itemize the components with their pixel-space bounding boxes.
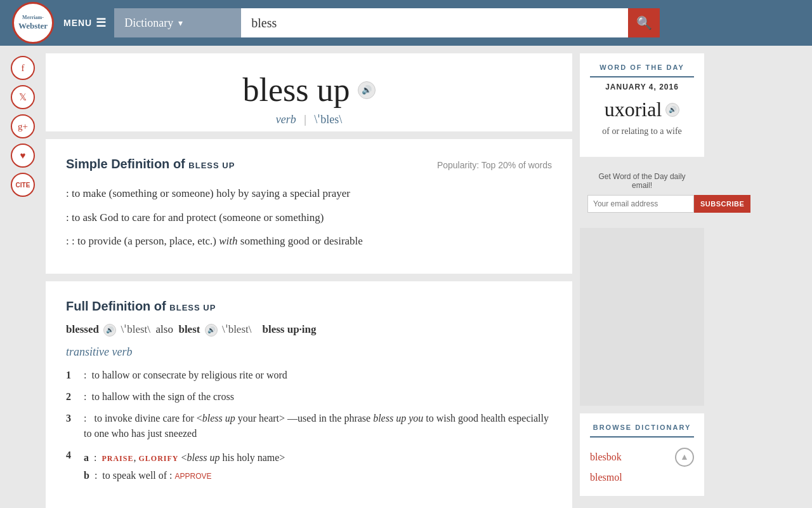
subscribe-button[interactable]: SUBSCRIBE	[694, 195, 750, 213]
word-title-card: bless up 🔊 verb | \ˈbles\	[46, 53, 572, 131]
wotd-label: WORD OF THE DAY	[590, 64, 694, 77]
simple-def-item-3: : to provide (a person, place, etc.) wit…	[66, 229, 552, 253]
wotd-date: JANUARY 4, 2016	[590, 83, 694, 91]
def-num-4: 4	[66, 448, 76, 483]
word-title-text: bless up	[243, 71, 350, 109]
bless-up-you-italic: bless up you	[373, 413, 423, 424]
simple-def-header: Simple Definition of BLESS UP Popularity…	[66, 157, 552, 171]
dict-select-label: Dictionary	[124, 17, 173, 30]
blessed-pron: \ˈblest\	[121, 323, 150, 335]
logo[interactable]: Merriam- Webster	[10, 0, 56, 46]
page-layout: f 𝕏 g+ ♥ CITE bless up 🔊 verb | \ˈbles\ …	[0, 46, 812, 508]
browse-word-2: blesmol	[590, 472, 622, 483]
search-icon: 🔍	[636, 15, 652, 30]
browse-item-1[interactable]: blesbok ▲	[590, 445, 694, 469]
simple-definition-card: Simple Definition of BLESS UP Popularity…	[46, 139, 572, 274]
wotd-audio-button[interactable]: 🔊	[665, 103, 679, 117]
inflections: blessed 🔊 \ˈblest\ also blest 🔊 \ˈblest\…	[66, 323, 552, 337]
search-area: Dictionary ▾ 🔍	[114, 8, 660, 37]
full-def-item-3: 3 : to invoke divine care for <bless up …	[66, 411, 552, 441]
meta-separator: |	[304, 113, 306, 126]
def-content-3: : to invoke divine care for <bless up yo…	[84, 411, 552, 441]
popularity-text: Popularity: Top 20% of words	[437, 160, 552, 170]
simple-def-item-1: to make (something or someone) holy by s…	[66, 182, 552, 206]
social-sidebar: f 𝕏 g+ ♥ CITE	[0, 46, 46, 508]
word-of-the-day-card: WORD OF THE DAY JANUARY 4, 2016 uxorial …	[580, 53, 704, 157]
sub-item-4a: a : PRAISE, GLORIFY <bless up his holy n…	[84, 450, 552, 465]
bless-uping: bless up·ing	[262, 323, 316, 335]
simple-def-item-2: to ask God to care for and protect (some…	[66, 206, 552, 230]
sub-item-4b: b : to speak well of : APPROVE	[84, 468, 552, 483]
menu-button[interactable]: MENU ☰	[63, 16, 107, 30]
browse-dictionary-card: BROWSE DICTIONARY blesbok ▲ blesmol	[580, 413, 704, 496]
search-input[interactable]	[241, 8, 660, 37]
hamburger-icon: ☰	[96, 16, 107, 30]
google-button[interactable]: g+	[11, 114, 35, 138]
wotd-definition: of or relating to a wife	[590, 125, 694, 138]
search-input-wrap: 🔍	[241, 8, 660, 37]
simple-definitions-list: to make (something or someone) holy by s…	[66, 182, 552, 253]
def-num-3: 3	[66, 411, 76, 441]
blest-audio-button[interactable]: 🔊	[205, 324, 218, 337]
simple-def-word-ref: BLESS UP	[188, 161, 235, 170]
email-form: SUBSCRIBE	[587, 195, 697, 213]
logo-text-top: Merriam-	[22, 15, 44, 21]
pos-label: transitive verb	[66, 345, 552, 359]
search-button[interactable]: 🔍	[628, 8, 660, 37]
def-content-4: a : PRAISE, GLORIFY <bless up his holy n…	[84, 448, 552, 483]
browse-up-button[interactable]: ▲	[675, 448, 694, 467]
logo-circle: Merriam- Webster	[12, 2, 54, 44]
def-num-2: 2	[66, 389, 76, 404]
full-def-title-text: Full Definition of	[66, 299, 166, 313]
word-title: bless up 🔊	[243, 71, 376, 109]
with-italic: with	[219, 235, 237, 247]
advertisement	[580, 228, 704, 406]
also-text: also	[156, 323, 173, 335]
wotd-email-section: Get Word of the Day daily email! SUBSCRI…	[580, 164, 704, 220]
def-text-2: to hallow with the sign of the cross	[91, 391, 233, 402]
email-input[interactable]	[587, 195, 694, 213]
wotd-word: uxorial 🔊	[605, 98, 680, 121]
def-num-1: 1	[66, 368, 76, 383]
full-def-item-1: 1 : to hallow or consecrate by religious…	[66, 368, 552, 383]
favorite-button[interactable]: ♥	[11, 144, 35, 168]
blessed-audio-button[interactable]: 🔊	[103, 324, 116, 337]
word-meta: verb | \ˈbles\	[66, 112, 552, 126]
full-def-title: Full Definition of BLESS UP	[66, 299, 552, 314]
logo-text-mid: Webster	[18, 21, 48, 31]
sub-label-b: b	[84, 470, 89, 481]
dictionary-select[interactable]: Dictionary ▾	[114, 8, 241, 37]
chevron-down-icon: ▾	[178, 18, 183, 29]
glorify-link: GLORIFY	[138, 454, 178, 463]
browse-label: BROWSE DICTIONARY	[590, 424, 694, 438]
twitter-button[interactable]: 𝕏	[11, 85, 35, 109]
def-content-1: : to hallow or consecrate by religious r…	[84, 368, 552, 383]
bless-up-italic-4a: bless up	[187, 452, 220, 463]
menu-label: MENU	[63, 18, 92, 28]
full-definition-card: Full Definition of BLESS UP blessed 🔊 \ˈ…	[46, 281, 572, 509]
browse-word-1: blesbok	[590, 451, 622, 463]
bless-up-italic-3a: bless up	[202, 413, 235, 424]
cite-button[interactable]: CITE	[11, 173, 35, 197]
blessed-word: blessed	[66, 323, 99, 335]
wotd-sub-label: Get Word of the Day daily email!	[587, 172, 697, 190]
full-def-word-ref: BLESS UP	[169, 303, 216, 312]
header: Merriam- Webster MENU ☰ Dictionary ▾ 🔍	[0, 0, 812, 46]
blest-pron: \ˈblest\	[222, 323, 252, 335]
full-def-item-4: 4 a : PRAISE, GLORIFY <bless up his holy…	[66, 448, 552, 483]
word-audio-button[interactable]: 🔊	[358, 81, 376, 99]
word-pronunciation: \ˈbles\	[314, 113, 342, 126]
blest-word: blest	[178, 323, 200, 335]
sub-label-a: a	[84, 452, 89, 463]
simple-def-title-text: Simple Definition of	[66, 157, 185, 171]
browse-item-2[interactable]: blesmol	[590, 469, 694, 486]
praise-link: PRAISE	[102, 454, 133, 463]
def-text-1: to hallow or consecrate by religious rit…	[91, 370, 287, 380]
main-content: bless up 🔊 verb | \ˈbles\ Simple Definit…	[46, 46, 572, 508]
full-definitions-list: 1 : to hallow or consecrate by religious…	[66, 368, 552, 483]
right-sidebar: WORD OF THE DAY JANUARY 4, 2016 uxorial …	[572, 46, 712, 508]
word-pos: verb	[276, 113, 296, 126]
approve-link: APPROVE	[175, 472, 212, 481]
facebook-button[interactable]: f	[11, 56, 35, 80]
full-def-item-2: 2 : to hallow with the sign of the cross	[66, 389, 552, 404]
